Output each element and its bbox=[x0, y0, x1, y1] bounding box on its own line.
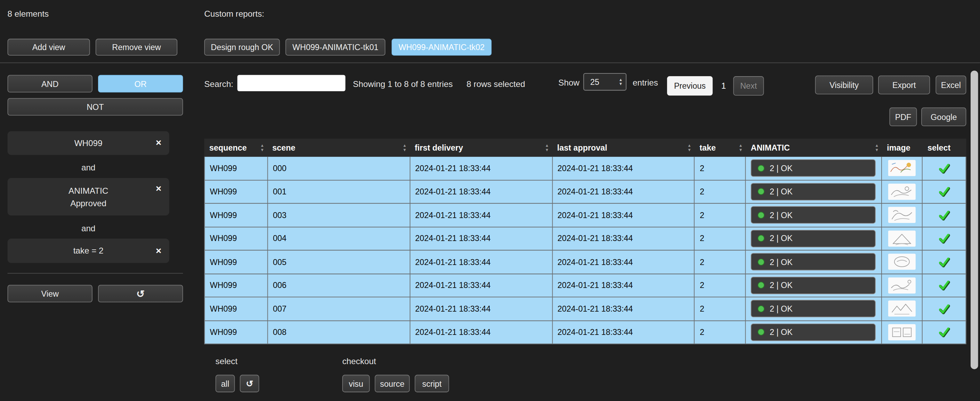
remove-view-button[interactable]: Remove view bbox=[95, 38, 177, 55]
column-header-take[interactable]: take ▲▼ bbox=[695, 139, 746, 157]
table-row[interactable]: WH099 008 2024-01-21 18:33:44 2024-01-21… bbox=[204, 321, 966, 344]
table-row[interactable]: WH099 003 2024-01-21 18:33:44 2024-01-21… bbox=[204, 204, 966, 227]
row-checkbox-icon[interactable] bbox=[938, 257, 950, 267]
report-tab-animatic-tk02-active[interactable]: WH099-ANIMATIC-tk02 bbox=[391, 38, 492, 55]
row-checkbox-icon[interactable] bbox=[938, 327, 950, 338]
spinner-down-icon: ▼ bbox=[619, 82, 623, 86]
animatic-status-button[interactable]: 2 | OK bbox=[751, 206, 876, 224]
thumbnail-image[interactable] bbox=[888, 301, 916, 317]
thumbnail-image[interactable] bbox=[888, 277, 916, 294]
column-header-select[interactable]: select bbox=[923, 139, 966, 157]
checkout-script-button[interactable]: script bbox=[415, 375, 449, 392]
excel-button[interactable]: Excel bbox=[935, 75, 966, 94]
report-tab-design-rough-ok[interactable]: Design rough OK bbox=[204, 38, 280, 55]
animatic-status-button[interactable]: 2 | OK bbox=[751, 159, 876, 177]
previous-button[interactable]: Previous bbox=[667, 76, 713, 95]
column-header-sequence[interactable]: sequence ▲▼ bbox=[204, 139, 267, 157]
cell-first-delivery: 2024-01-21 18:33:44 bbox=[410, 180, 552, 204]
custom-reports-label: Custom reports: bbox=[204, 10, 264, 19]
sort-asc-icon: ▲ bbox=[545, 143, 549, 148]
status-label: 2 | OK bbox=[770, 328, 792, 337]
table-row[interactable]: WH099 007 2024-01-21 18:33:44 2024-01-21… bbox=[204, 298, 966, 321]
animatic-status-button[interactable]: 2 | OK bbox=[751, 183, 876, 200]
thumbnail-image[interactable] bbox=[888, 230, 916, 247]
thumbnail-image[interactable] bbox=[888, 324, 916, 341]
filter-label: WH099 bbox=[75, 138, 103, 148]
animatic-status-button[interactable]: 2 | OK bbox=[751, 323, 876, 341]
row-checkbox-icon[interactable] bbox=[938, 186, 950, 197]
row-checkbox-icon[interactable] bbox=[938, 210, 950, 221]
row-checkbox-icon[interactable] bbox=[938, 280, 950, 291]
or-button[interactable]: OR bbox=[98, 75, 183, 92]
thumbnail-image[interactable] bbox=[888, 160, 916, 176]
current-page[interactable]: 1 bbox=[716, 76, 731, 95]
and-button[interactable]: AND bbox=[8, 75, 92, 92]
status-label: 2 | OK bbox=[770, 187, 792, 196]
not-button[interactable]: NOT bbox=[8, 98, 183, 115]
animatic-status-button[interactable]: 2 | OK bbox=[751, 253, 876, 271]
filter-chip-take-2[interactable]: take = 2 ✕ bbox=[8, 239, 169, 263]
table-row[interactable]: WH099 005 2024-01-21 18:33:44 2024-01-21… bbox=[204, 250, 966, 274]
add-view-button[interactable]: Add view bbox=[8, 38, 90, 55]
checkout-source-button[interactable]: source bbox=[375, 375, 410, 392]
column-header-scene[interactable]: scene ▲▼ bbox=[267, 139, 410, 157]
status-label: 2 | OK bbox=[770, 210, 792, 220]
cell-last-approval: 2024-01-21 18:33:44 bbox=[553, 298, 695, 321]
column-header-animatic[interactable]: ANIMATIC ▲▼ bbox=[746, 139, 882, 157]
status-label: 2 | OK bbox=[770, 257, 792, 267]
checkout-visu-button[interactable]: visu bbox=[342, 375, 370, 392]
table-row[interactable]: WH099 006 2024-01-21 18:33:44 2024-01-21… bbox=[204, 274, 966, 298]
next-button[interactable]: Next bbox=[733, 76, 764, 95]
sort-desc-icon: ▼ bbox=[739, 148, 743, 152]
column-header-image[interactable]: image bbox=[882, 139, 923, 157]
cell-animatic: 2 | OK bbox=[746, 227, 882, 250]
cell-select bbox=[923, 298, 966, 321]
thumbnail-image[interactable] bbox=[888, 184, 916, 200]
cell-sequence: WH099 bbox=[205, 274, 268, 298]
elements-count: 8 elements bbox=[8, 10, 49, 19]
showing-entries-text: Showing 1 to 8 of 8 entries bbox=[353, 79, 453, 89]
select-reset-button[interactable]: ↺ bbox=[240, 375, 259, 392]
cell-last-approval: 2024-01-21 18:33:44 bbox=[553, 321, 695, 344]
cell-animatic: 2 | OK bbox=[746, 157, 882, 180]
thumbnail-image[interactable] bbox=[888, 207, 916, 223]
close-icon[interactable]: ✕ bbox=[156, 247, 162, 255]
scrollbar[interactable] bbox=[970, 71, 978, 369]
filter-chip-wh099[interactable]: WH099 ✕ bbox=[8, 131, 169, 155]
column-header-last-approval[interactable]: last approval ▲▼ bbox=[552, 139, 695, 157]
cell-take: 2 bbox=[695, 204, 746, 227]
sort-asc-icon: ▲ bbox=[687, 143, 692, 148]
row-checkbox-icon[interactable] bbox=[938, 303, 950, 314]
select-all-button[interactable]: all bbox=[216, 375, 235, 392]
export-button[interactable]: Export bbox=[878, 75, 930, 94]
spinner-up-icon: ▲ bbox=[619, 78, 623, 82]
sort-icon: ▲▼ bbox=[739, 143, 743, 152]
page-size-select[interactable]: 25 ▲ ▼ bbox=[583, 73, 626, 91]
table-row[interactable]: WH099 000 2024-01-21 18:33:44 2024-01-21… bbox=[204, 157, 966, 180]
animatic-status-button[interactable]: 2 | OK bbox=[751, 300, 876, 318]
visibility-button[interactable]: Visibility bbox=[815, 75, 873, 94]
close-icon[interactable]: ✕ bbox=[156, 184, 162, 193]
animatic-status-button[interactable]: 2 | OK bbox=[751, 229, 876, 247]
view-button[interactable]: View bbox=[8, 285, 92, 302]
search-input[interactable] bbox=[237, 75, 345, 91]
row-checkbox-icon[interactable] bbox=[938, 163, 950, 173]
column-header-first-delivery[interactable]: first delivery ▲▼ bbox=[410, 139, 552, 157]
google-button[interactable]: Google bbox=[921, 107, 966, 126]
cell-select bbox=[923, 180, 966, 204]
table-row[interactable]: WH099 001 2024-01-21 18:33:44 2024-01-21… bbox=[204, 180, 966, 204]
animatic-status-button[interactable]: 2 | OK bbox=[751, 277, 876, 294]
cell-take: 2 bbox=[695, 180, 746, 204]
cell-sequence: WH099 bbox=[205, 321, 268, 344]
reset-view-button[interactable]: ↺ bbox=[98, 285, 183, 302]
filter-chip-animatic-approved[interactable]: ANIMATIC Approved ✕ bbox=[8, 178, 169, 216]
thumbnail-image[interactable] bbox=[888, 254, 916, 270]
top-divider bbox=[0, 63, 980, 63]
report-tab-animatic-tk01[interactable]: WH099-ANIMATIC-tk01 bbox=[285, 38, 385, 55]
cell-image bbox=[882, 274, 923, 298]
pdf-button[interactable]: PDF bbox=[889, 107, 917, 126]
row-checkbox-icon[interactable] bbox=[938, 233, 950, 244]
column-header-label: select bbox=[928, 143, 950, 152]
close-icon[interactable]: ✕ bbox=[156, 139, 162, 148]
table-row[interactable]: WH099 004 2024-01-21 18:33:44 2024-01-21… bbox=[204, 227, 966, 250]
